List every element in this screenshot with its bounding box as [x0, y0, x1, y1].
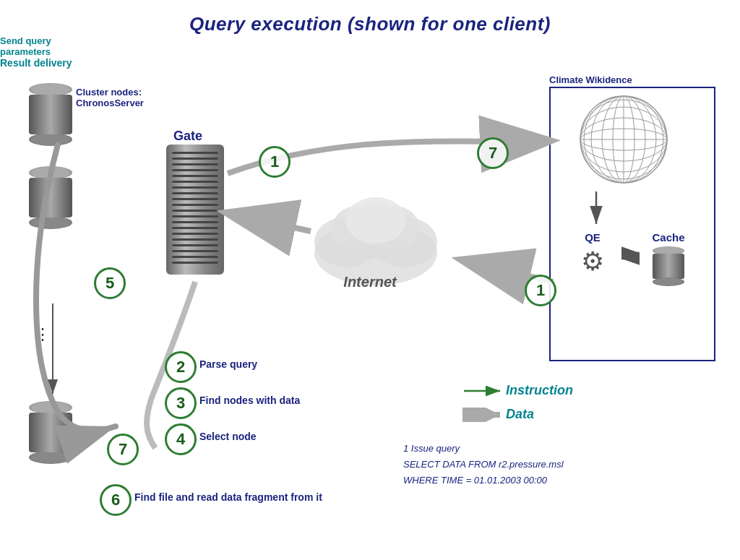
parse-query-label: Parse query — [199, 358, 257, 370]
sql-line3: WHERE TIME = 01.01.2003 00:00 — [403, 473, 564, 488]
cache-cylinder-body — [653, 254, 684, 279]
num-circle-1a: 1 — [259, 146, 291, 178]
cluster-nodes-label: Cluster nodes:ChronosServer — [76, 87, 144, 108]
gate-label: Gate — [173, 129, 202, 144]
result-delivery-label: Result delivery — [0, 57, 740, 69]
cylinder-cluster-2 — [29, 166, 72, 229]
cylinder-body-2 — [29, 178, 72, 217]
cylinder-bottom-1 — [29, 133, 72, 146]
globe-icon — [577, 92, 671, 186]
instruction-legend-label: Instruction — [506, 383, 573, 398]
cylinder-body-b — [29, 413, 72, 452]
cache-section: Cache — [636, 231, 701, 286]
cylinder-bottom-b — [29, 451, 72, 464]
climate-box-label: Climate Wikidence — [549, 74, 632, 85]
server-body — [166, 145, 224, 275]
find-nodes-label: Find nodes with data — [199, 395, 300, 406]
instruction-arrow-icon — [462, 384, 506, 398]
cache-label: Cache — [636, 231, 701, 244]
legend-section: Instruction Data — [462, 383, 573, 422]
send-query-label: Send queryparameters — [0, 35, 740, 57]
gear-icon: ⚙ — [560, 246, 625, 277]
find-file-label: Find file and read data fragment from it — [134, 491, 322, 503]
cache-cylinder-bottom — [653, 277, 684, 286]
num-circle-1b: 1 — [525, 275, 556, 306]
num-circle-6: 6 — [100, 484, 132, 516]
page-title: Query execution (shown for one client) — [0, 0, 740, 35]
sql-box: 1 Issue query SELECT DATA FROM r2.pressu… — [403, 441, 564, 488]
qe-label: QE — [560, 231, 625, 244]
sql-line2: SELECT DATA FROM r2.pressure.msl — [403, 457, 564, 473]
select-node-label: Select node — [199, 431, 257, 442]
cylinder-bottom-2 — [29, 216, 72, 229]
cylinder-cluster-1 — [29, 83, 72, 146]
qe-section: QE ⚙ — [560, 231, 625, 277]
num-circle-2: 2 — [165, 351, 197, 383]
data-legend-label: Data — [506, 407, 534, 422]
num-circle-7b: 7 — [107, 434, 139, 465]
dots-indicator: ⋮ — [35, 325, 52, 344]
svg-point-15 — [345, 197, 406, 244]
internet-label: Internet — [343, 273, 396, 290]
cylinder-body-1 — [29, 95, 72, 134]
num-circle-5: 5 — [94, 267, 126, 299]
num-circle-3: 3 — [165, 387, 197, 419]
num-circle-7a: 7 — [477, 137, 509, 169]
sql-line1: 1 Issue query — [403, 441, 564, 457]
num-circle-4: 4 — [165, 423, 197, 455]
data-arrow-icon — [462, 408, 506, 422]
server-tower — [166, 145, 224, 275]
cylinder-bottom-node — [29, 401, 72, 464]
diagram-container: Query execution (shown for one client) — [0, 0, 740, 560]
